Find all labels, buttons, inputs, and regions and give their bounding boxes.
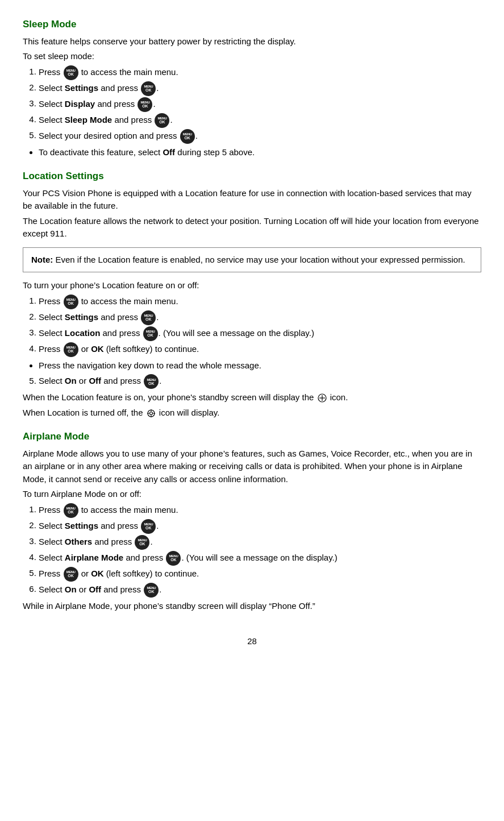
menu-btn-a6: MENUOK [144, 583, 159, 598]
airplane-mode-title: Airplane Mode [23, 429, 481, 444]
menu-btn-a4: MENUOK [166, 551, 181, 566]
sleep-mode-steps: Press MENUOK to access the main menu. Se… [39, 65, 481, 144]
menu-btn-a3: MENUOK [135, 535, 149, 550]
page-number: 28 [23, 635, 481, 648]
menu-btn-l3: MENUOK [143, 326, 158, 341]
location-steps: Press MENUOK to access the main menu. Se… [39, 295, 481, 357]
sleep-step-2: Select Settings and press MENUOK. [39, 81, 481, 96]
sleep-step-5: Select your desired option and press MEN… [39, 129, 481, 144]
sleep-step-1: Press MENUOK to access the main menu. [39, 65, 481, 80]
air-step-6: Select On or Off and press MENUOK. [39, 583, 481, 598]
location-turn-label: To turn your phone’s Location feature on… [23, 279, 481, 292]
air-step-4: Select Airplane Mode and press MENUOK. (… [39, 551, 481, 566]
menu-btn-l1: MENUOK [64, 295, 78, 309]
location-para1: Your PCS Vision Phone is equipped with a… [23, 187, 481, 213]
air-step-1: Press MENUOK to access the main menu. [39, 503, 481, 518]
menu-btn-a1: MENUOK [64, 503, 78, 518]
location-steps-cont: Select On or Off and press MENUOK. [39, 374, 481, 389]
menu-btn-l2: MENUOK [141, 310, 156, 325]
sleep-mode-title: Sleep Mode [23, 17, 481, 32]
menu-btn-s2: MENUOK [141, 81, 156, 96]
location-note-box: Note: Even if the Location feature is en… [23, 247, 481, 273]
airplane-para2: While in Airplane Mode, your phone’s sta… [23, 600, 481, 613]
air-step-2: Select Settings and press MENUOK. [39, 519, 481, 534]
airplane-mode-section: Airplane Mode Airplane Mode allows you t… [23, 429, 481, 612]
sleep-bullet-1: To deactivate this feature, select Off d… [39, 146, 481, 159]
loc-step-5: Select On or Off and press MENUOK. [39, 374, 481, 389]
location-para2: The Location feature allows the network … [23, 215, 481, 241]
loc-step-1: Press MENUOK to access the main menu. [39, 295, 481, 309]
location-bullets: Press the navigation key down to read th… [39, 359, 481, 372]
loc-step-3: Select Location and press MENUOK. (You w… [39, 326, 481, 341]
location-settings-title: Location Settings [23, 169, 481, 184]
airplane-para1: Airplane Mode allows you to use many of … [23, 447, 481, 486]
plus-icon [318, 393, 327, 403]
menu-btn-s1: MENUOK [64, 65, 78, 80]
svg-point-4 [149, 412, 152, 414]
menu-btn-a5: MENUOK [64, 567, 78, 582]
menu-btn-s5: MENUOK [180, 129, 195, 144]
sleep-mode-bullets: To deactivate this feature, select Off d… [39, 146, 481, 159]
crosshair-icon [147, 409, 156, 418]
loc-step-4: Press MENUOK or OK (left softkey) to con… [39, 342, 481, 357]
airplane-turn-label: To turn Airplane Mode on or off: [23, 488, 481, 501]
sleep-step-3: Select Display and press MENUOK. [39, 97, 481, 112]
air-step-5: Press MENUOK or OK (left softkey) to con… [39, 567, 481, 582]
menu-btn-l5: MENUOK [144, 374, 159, 389]
location-para4: When Location is turned off, the icon wi… [23, 407, 481, 420]
menu-btn-s4: MENUOK [155, 113, 169, 128]
menu-btn-l4: MENUOK [64, 342, 78, 357]
menu-btn-a2: MENUOK [141, 519, 156, 534]
sleep-step-4: Select Sleep Mode and press MENUOK. [39, 113, 481, 128]
location-settings-section: Location Settings Your PCS Vision Phone … [23, 169, 481, 419]
location-para3: When the Location feature is on, your ph… [23, 391, 481, 404]
sleep-mode-section: Sleep Mode This feature helps conserve y… [23, 17, 481, 159]
sleep-mode-set-label: To set sleep mode: [23, 50, 481, 63]
menu-btn-s3: MENUOK [138, 97, 152, 112]
loc-bullet-1: Press the navigation key down to read th… [39, 359, 481, 372]
note-text: Note: Even if the Location feature is en… [31, 255, 465, 264]
air-step-3: Select Others and press MENUOK. [39, 535, 481, 550]
airplane-steps: Press MENUOK to access the main menu. Se… [39, 503, 481, 598]
loc-step-2: Select Settings and press MENUOK. [39, 310, 481, 325]
sleep-mode-intro: This feature helps conserve your battery… [23, 35, 481, 48]
